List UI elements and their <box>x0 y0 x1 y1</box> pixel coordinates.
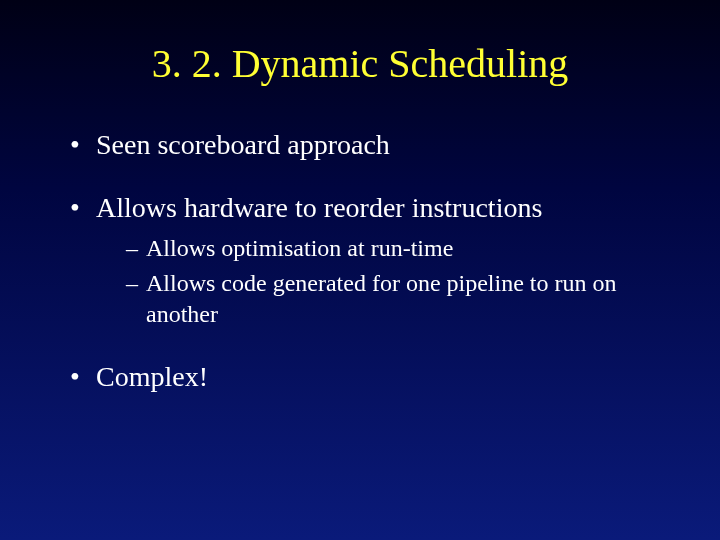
slide-title: 3. 2. Dynamic Scheduling <box>40 40 680 87</box>
sub-bullet-text: Allows code generated for one pipeline t… <box>146 270 617 327</box>
sub-bullet-list: Allows optimisation at run-time Allows c… <box>126 233 680 331</box>
sub-bullet-text: Allows optimisation at run-time <box>146 235 453 261</box>
bullet-text: Seen scoreboard approach <box>96 129 390 160</box>
bullet-list: Seen scoreboard approach Allows hardware… <box>70 127 680 394</box>
sub-bullet-item: Allows code generated for one pipeline t… <box>126 268 680 330</box>
bullet-text: Allows hardware to reorder instructions <box>96 192 542 223</box>
bullet-item: Seen scoreboard approach <box>70 127 680 162</box>
bullet-text: Complex! <box>96 361 208 392</box>
bullet-item: Allows hardware to reorder instructions … <box>70 190 680 331</box>
bullet-item: Complex! <box>70 359 680 394</box>
slide: 3. 2. Dynamic Scheduling Seen scoreboard… <box>0 0 720 540</box>
sub-bullet-item: Allows optimisation at run-time <box>126 233 680 264</box>
